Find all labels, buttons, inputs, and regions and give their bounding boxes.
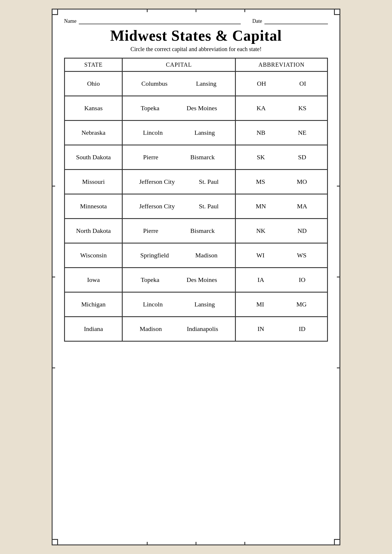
abbr-option-1[interactable]: MS <box>253 176 269 187</box>
capital-option-2[interactable]: Indianapolis <box>183 323 222 334</box>
state-name: Wisconsin <box>65 244 122 267</box>
abbr-options: MI MG <box>236 293 327 316</box>
capital-option-2[interactable]: Des Moines <box>183 274 221 285</box>
tick-bottom-3 <box>244 542 245 545</box>
capital-options: Jefferson City St. Paul <box>122 194 236 218</box>
table-row: Missouri Jefferson City St. Paul MS MO <box>65 170 327 194</box>
capital-option-2[interactable]: Bismarck <box>187 152 218 163</box>
capital-option-1[interactable]: Lincoln <box>139 299 166 310</box>
state-name: Missouri <box>65 170 122 194</box>
abbr-option-1[interactable]: IA <box>254 274 268 285</box>
abbr-options: MS MO <box>236 170 327 194</box>
table-row: Iowa Topeka Des Moines IA IO <box>65 268 327 293</box>
capital-option-1[interactable]: Madison <box>136 323 165 334</box>
capital-options: Topeka Des Moines <box>122 268 236 292</box>
capital-option-2[interactable]: St. Paul <box>195 201 222 212</box>
header-capital: CAPITAL <box>122 59 236 71</box>
abbr-options: SK SD <box>236 145 327 169</box>
corner-br <box>334 539 340 545</box>
capital-option-2[interactable]: Lansing <box>191 299 218 310</box>
page-title: Midwest States & Capital <box>64 27 328 44</box>
table-row: Minnesota Jefferson City St. Paul MN MA <box>65 194 327 219</box>
abbr-option-1[interactable]: NK <box>253 225 269 236</box>
abbr-option-1[interactable]: SK <box>253 152 268 163</box>
table-row: Michigan Lincoln Lansing MI MG <box>65 293 327 317</box>
state-name: Minnesota <box>65 194 122 218</box>
abbr-option-2[interactable]: NE <box>294 127 310 138</box>
capital-options: Columbus Lansing <box>122 72 236 96</box>
abbr-option-1[interactable]: NB <box>253 127 269 138</box>
table-row: South Dakota Pierre Bismarck SK SD <box>65 145 327 170</box>
abbr-option-1[interactable]: MI <box>253 299 268 310</box>
tick-top-1 <box>147 9 148 12</box>
abbr-options: OH OI <box>236 72 327 96</box>
tick-top-2 <box>196 9 197 12</box>
abbr-option-2[interactable]: SD <box>294 152 309 163</box>
table-row: Indiana Madison Indianapolis IN ID <box>65 317 327 341</box>
capital-options: Jefferson City St. Paul <box>122 170 236 194</box>
date-line[interactable] <box>264 24 328 24</box>
abbr-option-1[interactable]: KA <box>253 103 269 114</box>
abbr-option-2[interactable]: MA <box>294 201 311 212</box>
capital-option-1[interactable]: Jefferson City <box>136 176 178 187</box>
capital-option-1[interactable]: Jefferson City <box>136 201 178 212</box>
capital-options: Pierre Bismarck <box>122 219 236 243</box>
capital-option-1[interactable]: Topeka <box>137 274 163 285</box>
abbr-options: IN ID <box>236 317 327 341</box>
corner-bl <box>52 539 58 545</box>
abbr-option-2[interactable]: IO <box>295 274 309 285</box>
tick-bottom-2 <box>196 542 197 545</box>
capital-option-2[interactable]: Bismarck <box>187 225 218 236</box>
state-name: Indiana <box>65 317 122 341</box>
abbr-option-2[interactable]: ND <box>294 225 310 236</box>
state-name: Ohio <box>65 72 122 96</box>
table-row: North Dakota Pierre Bismarck NK ND <box>65 219 327 244</box>
capital-option-2[interactable]: St. Paul <box>195 176 222 187</box>
capital-option-2[interactable]: Lansing <box>191 127 218 138</box>
tick-left-1 <box>52 186 55 186</box>
abbr-option-1[interactable]: IN <box>254 323 268 334</box>
table-body: Ohio Columbus Lansing OH OI Kansas Topek… <box>65 72 327 341</box>
capital-option-1[interactable]: Columbus <box>138 78 171 89</box>
capital-option-1[interactable]: Lincoln <box>139 127 166 138</box>
state-name: South Dakota <box>65 145 122 169</box>
abbr-option-2[interactable]: KS <box>295 103 310 114</box>
abbr-option-2[interactable]: OI <box>296 78 309 89</box>
capital-option-1[interactable]: Topeka <box>137 103 163 114</box>
header-state: STATE <box>65 59 122 71</box>
state-name: Kansas <box>65 96 122 120</box>
capital-option-1[interactable]: Pierre <box>140 152 162 163</box>
date-label: Date <box>252 18 262 24</box>
tick-right-1 <box>337 186 340 186</box>
capital-option-2[interactable]: Des Moines <box>183 103 221 114</box>
abbr-option-1[interactable]: OH <box>253 78 270 89</box>
abbr-option-1[interactable]: WI <box>253 250 268 261</box>
table-row: Nebraska Lincoln Lansing NB NE <box>65 121 327 145</box>
corner-tr <box>334 9 340 15</box>
capital-options: Pierre Bismarck <box>122 145 236 169</box>
abbr-option-2[interactable]: MG <box>293 299 310 310</box>
header-abbreviation: ABBREVIATION <box>236 59 327 71</box>
abbr-option-2[interactable]: MO <box>293 176 310 187</box>
capital-options: Springfield Madison <box>122 244 236 267</box>
name-date-row: Name Date <box>64 18 328 24</box>
capital-options: Topeka Des Moines <box>122 96 236 120</box>
table-header-row: STATE CAPITAL ABBREVIATION <box>65 59 327 72</box>
tick-right-3 <box>337 368 340 368</box>
page-subtitle: Circle the correct capital and abbreviat… <box>64 46 328 53</box>
capital-option-1[interactable]: Pierre <box>140 225 162 236</box>
tick-left-2 <box>52 277 55 278</box>
tick-bottom-1 <box>147 542 148 545</box>
capital-option-2[interactable]: Lansing <box>193 78 220 89</box>
capital-option-1[interactable]: Springfield <box>137 250 172 261</box>
name-line[interactable] <box>79 24 241 24</box>
abbr-option-2[interactable]: ID <box>295 323 309 334</box>
abbr-option-1[interactable]: MN <box>252 201 269 212</box>
capital-options: Lincoln Lansing <box>122 121 236 145</box>
states-table: STATE CAPITAL ABBREVIATION Ohio Columbus… <box>64 58 328 342</box>
capital-option-2[interactable]: Madison <box>192 250 221 261</box>
abbr-option-2[interactable]: WS <box>294 250 310 261</box>
abbr-options: NK ND <box>236 219 327 243</box>
state-name: Iowa <box>65 268 122 292</box>
worksheet-page: Name Date Midwest States & Capital Circl… <box>52 9 340 545</box>
